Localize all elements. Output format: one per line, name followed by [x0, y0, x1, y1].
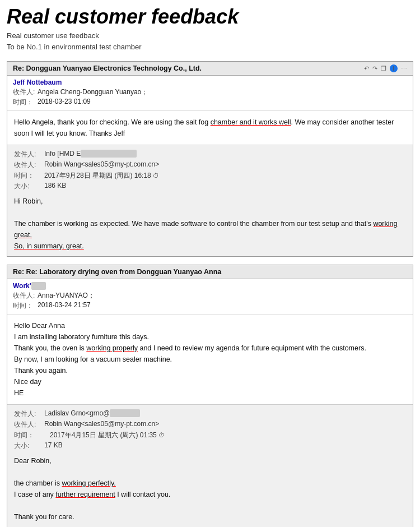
reply-icon[interactable]: ↶ — [364, 65, 369, 72]
blurred-email-2 — [110, 409, 139, 417]
time-label-1: 时间： — [13, 98, 35, 107]
header-icons-1: ↶ ↷ ❐ i ⋯ — [364, 64, 407, 72]
highlight-phrase-1: chamber and it works well — [211, 118, 291, 126]
q-to-value-1: Robin Wang<sales05@my-pt.com.cn> — [44, 160, 159, 170]
q-to-value-2: Robin Wang<sales05@my-pt.com.cn> — [44, 420, 159, 429]
q-from-value-1: Info [HMD E — [44, 150, 137, 159]
q-from-label-1: 发件人: — [14, 150, 42, 159]
to-label-1: 收件人: — [13, 87, 35, 97]
q-to-label-2: 收件人: — [14, 420, 42, 429]
blurred-email-1 — [81, 150, 137, 158]
to-value-1: Angela Cheng-Dongguan Yuanyao； — [38, 87, 148, 97]
email-header-2: Re: Re: Laboratory drying oven from Dong… — [7, 265, 413, 279]
email-subject-1: Re: Dongguan Yuanyao Electronics Technol… — [13, 64, 202, 72]
to-value-2: Anna-YUANYAO； — [38, 291, 95, 301]
to-label-2: 收件人: — [13, 291, 35, 301]
quoted-section-1: 发件人: Info [HMD E 收件人: Robin Wang<sales05… — [7, 145, 413, 256]
q-time-value-2: 2017年4月15日 星期六 (周六) 01:35 ⏱ — [44, 431, 165, 440]
time-label-2: 时间： — [13, 301, 35, 311]
q-from-value-2: Ladislav Grno<grno@ — [44, 409, 140, 419]
q-size-label-2: 大小: — [14, 441, 42, 451]
blurred-sender-2 — [31, 282, 46, 290]
email-card-2: Re: Re: Laboratory drying oven from Dong… — [7, 265, 413, 527]
expand-icon[interactable]: ❐ — [381, 65, 386, 72]
q-body-2: Dear Robin, the chamber is working perfe… — [14, 455, 406, 523]
quoted-section-2: 发件人: Ladislav Grno<grno@ 收件人: Robin Wang… — [7, 404, 413, 527]
q-body-1: Hi Robin, The chamber is working as expe… — [14, 196, 406, 252]
time-value-2: 2018-03-24 21:57 — [38, 301, 91, 311]
q-highlight-3: working perfectly. — [62, 479, 115, 487]
sender-name-2: Work' — [13, 282, 407, 290]
info-icon[interactable]: i — [390, 64, 398, 72]
q-highlight-2: So, in summary, great. — [14, 242, 84, 250]
q-time-label-1: 时间： — [14, 171, 42, 181]
email-body-2: Hello Dear Anna I am installing laborato… — [7, 315, 413, 404]
q-time-label-2: 时间： — [14, 431, 42, 440]
q-size-value-1: 186 KB — [44, 182, 66, 191]
q-time-value-1: 2017年9月28日 星期四 (周四) 16:18 ⏱ — [44, 171, 159, 181]
email-body-1: Hello Angela, thank you for checking. We… — [7, 111, 413, 145]
sender-name-1: Jeff Nottebaum — [13, 78, 407, 86]
page-subtitle: Real customer use feedback To be No.1 in… — [7, 30, 413, 54]
q-size-value-2: 17 KB — [44, 441, 63, 451]
email-meta-1: Jeff Nottebaum 收件人: Angela Cheng-Donggua… — [7, 76, 413, 111]
clock-icon-1: ⏱ — [153, 172, 159, 179]
time-value-1: 2018-03-23 01:09 — [38, 98, 91, 107]
email-meta-2: Work' 收件人: Anna-YUANYAO； 时间： 2018-03-24 … — [7, 279, 413, 315]
q-to-label-1: 收件人: — [14, 160, 42, 170]
highlight-phrase-2: working properly — [86, 344, 138, 352]
q-size-label-1: 大小: — [14, 182, 42, 191]
page-title: Real customer feedback — [7, 6, 413, 28]
email-subject-2: Re: Re: Laboratory drying oven from Dong… — [13, 268, 221, 276]
q-from-label-2: 发件人: — [14, 409, 42, 419]
email-header-1: Re: Dongguan Yuanyao Electronics Technol… — [7, 62, 413, 76]
more-icon[interactable]: ⋯ — [401, 65, 407, 72]
forward-icon[interactable]: ↷ — [372, 65, 377, 72]
clock-icon-2: ⏱ — [158, 432, 165, 438]
q-highlight-4: further requirement — [55, 491, 115, 498]
email-card-1: Re: Dongguan Yuanyao Electronics Technol… — [7, 61, 413, 257]
